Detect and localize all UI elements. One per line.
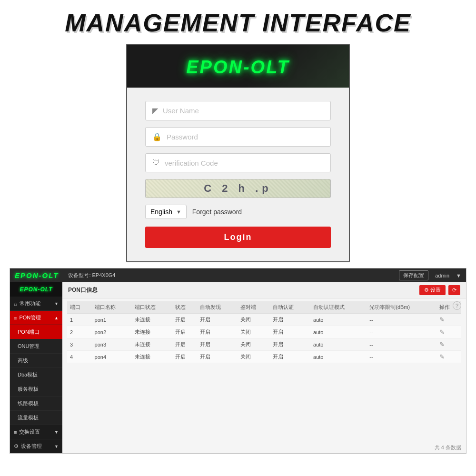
table-cell: pon2 <box>92 326 132 338</box>
edit-icon[interactable]: ✎ <box>439 353 445 360</box>
mgmt-logo: EPON-OLT <box>15 271 59 279</box>
topbar-right: 保存配置 admin ▼ <box>399 270 461 280</box>
pon-table: 端口端口名称端口状态状态自动发现鉴对端自动认证自动认证模式光功率限制(dBm)操… <box>67 301 461 363</box>
sidebar-logo: EPON-OLT <box>20 286 52 293</box>
table-cell: pon4 <box>92 351 132 363</box>
table-cell: auto <box>310 326 367 338</box>
sidebar-item-label: 服务模板 <box>18 386 39 393</box>
sidebar-item-PON管理[interactable]: ≡PON管理▲ <box>10 311 62 325</box>
col-header-光功率限制(dBm): 光功率限制(dBm) <box>367 301 436 314</box>
language-select[interactable]: English ▼ <box>145 205 187 219</box>
table-cell: 未连接 <box>132 351 172 363</box>
table-cell: 4 <box>67 351 92 363</box>
sidebar-item-label: 设备管理 <box>21 443 42 450</box>
sidebar-item-常用功能[interactable]: ⌂常用功能▼ <box>10 297 62 311</box>
page-title: MANAGEMENT INTERFACE <box>0 0 476 44</box>
setting-button[interactable]: ⚙ 设置 <box>419 285 446 295</box>
user-icon: ◤ <box>152 106 158 115</box>
username-field[interactable]: ◤ User Name <box>145 101 331 120</box>
table-cell: 未连接 <box>132 338 172 351</box>
table-cell: 关闭 <box>238 314 270 326</box>
table-cell: auto <box>310 351 367 363</box>
table-cell: 关闭 <box>238 326 270 338</box>
sidebar-item-label: PON端口 <box>18 328 40 336</box>
col-header-端口名称: 端口名称 <box>92 301 132 314</box>
sidebar-item-服务模板[interactable]: 服务模板 <box>10 382 62 397</box>
col-header-自动认证: 自动认证 <box>270 301 310 314</box>
table-cell: 关闭 <box>238 351 270 363</box>
login-button[interactable]: Login <box>145 227 331 248</box>
management-main: EPON-OLT ⌂常用功能▼≡PON管理▲PON端口ONU管理高级Dba模板服… <box>10 282 466 453</box>
table-cell: 开启 <box>172 338 197 351</box>
edit-icon[interactable]: ✎ <box>439 328 445 336</box>
chevron-icon: ▼ <box>54 301 59 306</box>
sidebar-item-ONU管理[interactable]: ONU管理 <box>10 339 62 354</box>
login-logo: EPON-OLT <box>186 57 290 78</box>
edit-icon[interactable]: ✎ <box>439 341 445 348</box>
table-cell: 未连接 <box>132 326 172 338</box>
language-label: English <box>150 208 172 216</box>
table-wrapper: 端口端口名称端口状态状态自动发现鉴对端自动认证自动认证模式光功率限制(dBm)操… <box>62 298 466 442</box>
table-cell: -- <box>367 314 436 326</box>
sidebar-icon: ≡ <box>14 429 17 435</box>
col-header-自动发现: 自动发现 <box>197 301 238 314</box>
device-info: 设备型号: EP4X0G4 <box>59 272 399 279</box>
password-placeholder: Password <box>167 133 198 141</box>
table-cell: 3 <box>67 338 92 351</box>
edit-icon[interactable]: ✎ <box>439 316 445 323</box>
sidebar-item-高级[interactable]: 高级 <box>10 354 62 368</box>
table-row: 4pon4未连接开启开启关闭开启auto--✎ <box>67 351 461 363</box>
table-cell: 开启 <box>270 326 310 338</box>
sidebar-icon: ⌂ <box>14 301 17 307</box>
toolbar-buttons: ⚙ 设置 ⟳ <box>419 285 460 295</box>
sidebar-icon: ⚙ <box>14 443 19 449</box>
admin-label: admin <box>435 273 449 278</box>
username-placeholder: User Name <box>163 107 199 115</box>
col-header-端口状态: 端口状态 <box>132 301 172 314</box>
sidebar-item-PON端口[interactable]: PON端口 <box>10 325 62 339</box>
table-cell: 未连接 <box>132 314 172 326</box>
help-icon[interactable]: ? <box>453 301 461 310</box>
col-header-鉴对端: 鉴对端 <box>238 301 270 314</box>
password-field[interactable]: 🔒 Password <box>145 127 331 147</box>
table-cell: 2 <box>67 326 92 338</box>
table-cell: 开启 <box>270 338 310 351</box>
shield-icon: 🛡 <box>152 159 160 167</box>
lang-forget-row: English ▼ Forget password <box>145 205 331 219</box>
verification-field[interactable]: 🛡 verification Code <box>145 153 331 172</box>
sidebar-item-label: 交换设置 <box>19 428 40 436</box>
forget-password-link[interactable]: Forget password <box>192 208 242 216</box>
captcha-row: C 2 h .p <box>145 179 331 198</box>
save-config-button[interactable]: 保存配置 <box>399 270 428 280</box>
refresh-button[interactable]: ⟳ <box>448 285 460 295</box>
table-cell: 开启 <box>197 351 238 363</box>
sidebar-item-设备管理[interactable]: ⚙设备管理▼ <box>10 439 62 453</box>
sidebar-item-label: 高级 <box>18 357 28 364</box>
sidebar-item-交换设置[interactable]: ≡交换设置▼ <box>10 425 62 439</box>
content-title: PON口信息 <box>68 286 98 294</box>
sidebar-item-流量模板[interactable]: 流量模板 <box>10 411 62 425</box>
sidebar-item-label: ONU管理 <box>18 343 40 350</box>
table-cell: 开启 <box>172 314 197 326</box>
table-cell: 开启 <box>172 351 197 363</box>
table-cell: auto <box>310 314 367 326</box>
table-footer: 共 4 条数据 <box>62 442 466 453</box>
sidebar-item-Dba模板[interactable]: Dba模板 <box>10 368 62 382</box>
management-topbar: EPON-OLT 设备型号: EP4X0G4 保存配置 admin ▼ <box>10 268 466 282</box>
table-cell: 开启 <box>172 326 197 338</box>
sidebar-item-label: 常用功能 <box>20 300 40 307</box>
sidebar-item-线路模板[interactable]: 线路模板 <box>10 397 62 411</box>
captcha-image[interactable]: C 2 h .p <box>145 179 331 198</box>
sidebar-item-label: 流量模板 <box>18 414 39 421</box>
table-cell: 开启 <box>197 338 238 351</box>
table-row: 3pon3未连接开启开启关闭开启auto--✎ <box>67 338 461 351</box>
table-cell: -- <box>367 351 436 363</box>
chevron-icon: ▼ <box>54 430 59 435</box>
sidebar-item-label: PON管理 <box>19 314 41 321</box>
lock-icon: 🔒 <box>152 132 162 141</box>
verification-placeholder: verification Code <box>165 159 218 167</box>
chevron-down-icon: ▼ <box>176 209 181 215</box>
chevron-icon: ▲ <box>54 316 59 320</box>
sidebar-item-label: 线路模板 <box>18 400 39 407</box>
table-cell: pon1 <box>92 314 132 326</box>
